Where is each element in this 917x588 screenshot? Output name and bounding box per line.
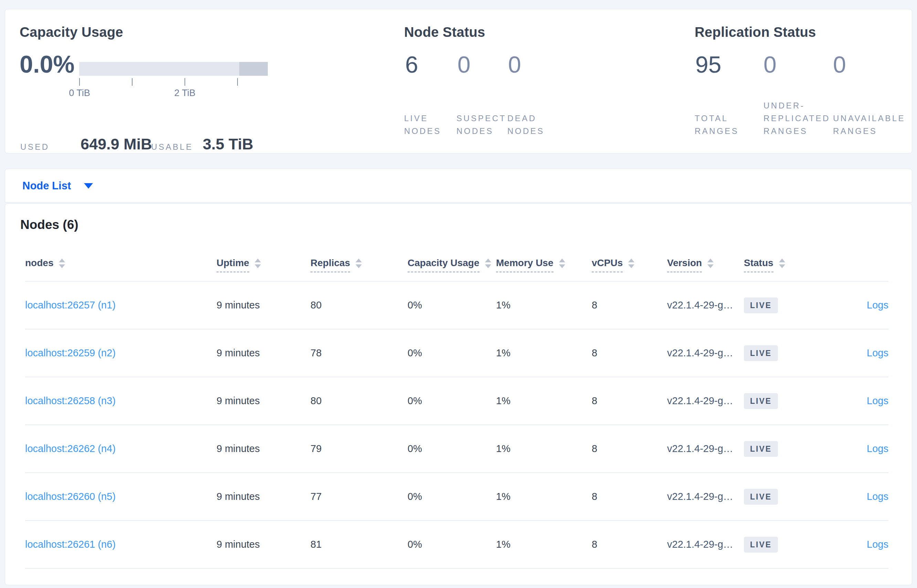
- replicas-cell: 79: [310, 443, 408, 454]
- sort-icon: [255, 258, 261, 268]
- used-value: 649.9 MiB: [81, 135, 152, 153]
- uptime-cell: 9 minutes: [216, 395, 310, 407]
- table-row: localhost:26261 (n6) 9 minutes 81 0% 1% …: [25, 521, 888, 569]
- under-replicated-ranges-count: 0: [764, 50, 777, 79]
- memory-use-cell: 1%: [496, 347, 592, 359]
- under-replicated-ranges-label: UNDER- REPLICATED RANGES: [764, 99, 830, 137]
- nodes-table: nodes Uptime Replicas Capacity Usage Mem…: [25, 249, 888, 569]
- sort-icon: [707, 258, 714, 268]
- replication-status-title: Replication Status: [695, 24, 816, 40]
- usable-label: USABLE: [151, 142, 193, 152]
- capacity-percent: 0.0%: [19, 49, 75, 79]
- sort-icon: [485, 258, 491, 268]
- sort-icon: [355, 258, 362, 268]
- table-row: localhost:26262 (n4) 9 minutes 79 0% 1% …: [25, 425, 888, 473]
- logs-link[interactable]: Logs: [867, 491, 888, 502]
- unavailable-ranges-count: 0: [833, 50, 846, 79]
- table-row: localhost:26260 (n5) 9 minutes 77 0% 1% …: [25, 473, 888, 521]
- sort-icon: [628, 258, 634, 268]
- capacity-bar-other-segment: [239, 62, 268, 76]
- vcpus-cell: 8: [592, 299, 667, 311]
- axis-tick-label: 0 TiB: [52, 88, 107, 99]
- capacity-usage-title: Capacity Usage: [19, 24, 123, 40]
- memory-use-cell: 1%: [496, 491, 592, 502]
- sort-icon: [559, 258, 565, 268]
- live-nodes-count: 6: [405, 50, 418, 79]
- column-header-nodes[interactable]: nodes: [25, 257, 216, 272]
- capacity-usage-cell: 0%: [408, 539, 496, 550]
- uptime-cell: 9 minutes: [216, 443, 310, 454]
- used-label: USED: [20, 142, 50, 152]
- capacity-usage-cell: 0%: [408, 491, 496, 502]
- table-row: localhost:26258 (n3) 9 minutes 80 0% 1% …: [25, 377, 888, 425]
- status-badge: LIVE: [744, 537, 778, 552]
- version-cell: v22.1.4-29-g…: [667, 347, 744, 359]
- total-ranges-label: TOTAL RANGES: [695, 112, 739, 137]
- column-header-vcpus[interactable]: vCPUs: [592, 257, 667, 272]
- uptime-cell: 9 minutes: [216, 347, 310, 359]
- replicas-cell: 80: [310, 299, 408, 311]
- suspect-nodes-label: SUSPECT NODES: [457, 112, 506, 137]
- status-badge: LIVE: [744, 393, 778, 409]
- vcpus-cell: 8: [592, 491, 667, 502]
- node-link[interactable]: localhost:26258 (n3): [25, 395, 116, 406]
- replicas-cell: 77: [310, 491, 408, 502]
- replicas-cell: 81: [310, 539, 408, 550]
- memory-use-cell: 1%: [496, 299, 592, 311]
- node-list-dropdown[interactable]: Node List: [23, 169, 93, 203]
- vcpus-cell: 8: [592, 443, 667, 454]
- logs-link[interactable]: Logs: [867, 347, 888, 359]
- uptime-cell: 9 minutes: [216, 539, 310, 550]
- capacity-usage-cell: 0%: [408, 299, 496, 311]
- uptime-cell: 9 minutes: [216, 491, 310, 502]
- column-header-replicas[interactable]: Replicas: [310, 257, 408, 272]
- logs-link[interactable]: Logs: [867, 299, 888, 310]
- table-row: localhost:26257 (n1) 9 minutes 80 0% 1% …: [25, 282, 888, 330]
- capacity-usage-cell: 0%: [408, 347, 496, 359]
- column-header-uptime[interactable]: Uptime: [216, 257, 310, 272]
- version-cell: v22.1.4-29-g…: [667, 395, 744, 407]
- table-header-row: nodes Uptime Replicas Capacity Usage Mem…: [25, 249, 888, 282]
- replicas-cell: 80: [310, 395, 408, 407]
- node-link[interactable]: localhost:26257 (n1): [25, 299, 116, 310]
- vcpus-cell: 8: [592, 347, 667, 359]
- vcpus-cell: 8: [592, 395, 667, 407]
- memory-use-cell: 1%: [496, 443, 592, 454]
- node-link[interactable]: localhost:26259 (n2): [25, 347, 116, 359]
- table-row: localhost:26259 (n2) 9 minutes 78 0% 1% …: [25, 330, 888, 377]
- suspect-nodes-count: 0: [457, 50, 471, 79]
- column-header-status[interactable]: Status: [744, 257, 820, 272]
- status-badge: LIVE: [744, 441, 778, 457]
- column-header-memory-use[interactable]: Memory Use: [496, 257, 592, 272]
- vcpus-cell: 8: [592, 539, 667, 550]
- logs-link[interactable]: Logs: [867, 539, 888, 550]
- node-link[interactable]: localhost:26262 (n4): [25, 443, 116, 454]
- unavailable-ranges-label: UNAVAILABLE RANGES: [833, 112, 905, 137]
- node-link[interactable]: localhost:26261 (n6): [25, 539, 116, 550]
- column-header-version[interactable]: Version: [667, 257, 744, 272]
- memory-use-cell: 1%: [496, 539, 592, 550]
- axis-tick-label: 2 TiB: [157, 88, 212, 99]
- chevron-down-icon: [84, 183, 93, 189]
- version-cell: v22.1.4-29-g…: [667, 299, 744, 311]
- dead-nodes-count: 0: [508, 50, 521, 79]
- capacity-usage-cell: 0%: [408, 395, 496, 407]
- version-cell: v22.1.4-29-g…: [667, 539, 744, 550]
- axis-tick: [132, 78, 132, 86]
- status-badge: LIVE: [744, 297, 778, 313]
- logs-link[interactable]: Logs: [867, 443, 888, 454]
- status-badge: LIVE: [744, 489, 778, 505]
- sort-icon: [59, 258, 65, 268]
- capacity-bar: [79, 62, 268, 76]
- axis-tick: [79, 78, 80, 86]
- column-header-capacity-usage[interactable]: Capacity Usage: [408, 257, 496, 272]
- logs-link[interactable]: Logs: [867, 395, 888, 406]
- status-badge: LIVE: [744, 345, 778, 361]
- uptime-cell: 9 minutes: [216, 299, 310, 311]
- node-link[interactable]: localhost:26260 (n5): [25, 491, 116, 502]
- axis-tick: [237, 78, 238, 86]
- total-ranges-count: 95: [695, 50, 722, 79]
- cluster-summary-card: Capacity Usage 0.0% 0 TiB 2 TiB USED 649…: [5, 9, 912, 153]
- replicas-cell: 78: [310, 347, 408, 359]
- live-nodes-label: LIVE NODES: [404, 112, 441, 137]
